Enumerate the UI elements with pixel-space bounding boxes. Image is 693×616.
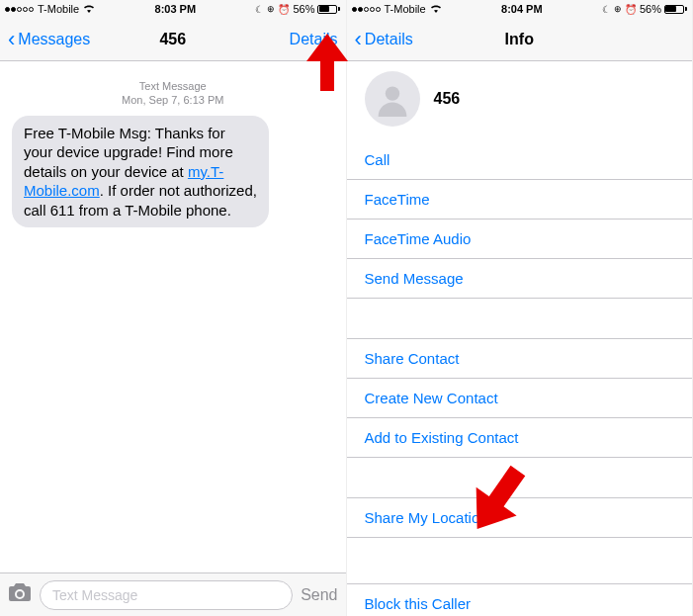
contact-name: 456	[434, 90, 461, 108]
details-label: Details	[290, 31, 338, 48]
share-contact-action[interactable]: Share Contact	[347, 338, 693, 379]
block-caller-action[interactable]: Block this Caller	[347, 583, 693, 616]
share-location-action[interactable]: Share My Location	[347, 497, 693, 538]
clock: 8:03 PM	[155, 3, 197, 15]
alarm-icon: ⏰	[278, 4, 290, 15]
battery-icon	[664, 5, 687, 14]
chevron-left-icon: ‹	[8, 29, 15, 50]
back-label: Messages	[18, 31, 90, 48]
info-content[interactable]: 456 Call FaceTime FaceTime Audio Send Me…	[347, 61, 693, 616]
camera-icon[interactable]	[8, 582, 32, 608]
chevron-left-icon: ‹	[355, 29, 362, 50]
dnd-icon: ☾	[255, 4, 264, 15]
create-contact-action[interactable]: Create New Contact	[347, 379, 693, 418]
action-group-block: Block this Caller	[347, 583, 693, 616]
dnd-icon: ☾	[602, 4, 611, 15]
wifi-icon	[83, 4, 95, 15]
wifi-icon	[430, 4, 442, 15]
carrier-label: T-Mobile	[385, 3, 426, 15]
call-action[interactable]: Call	[347, 140, 693, 180]
facetime-audio-action[interactable]: FaceTime Audio	[347, 220, 693, 259]
messages-screen: T-Mobile 8:03 PM ☾ ⊕ ⏰ 56% ‹ Messages 45…	[0, 0, 347, 616]
message-timestamp: Text Message Mon, Sep 7, 6:13 PM	[12, 79, 334, 108]
add-existing-contact-action[interactable]: Add to Existing Contact	[347, 418, 693, 458]
message-input[interactable]	[40, 580, 293, 610]
message-bubble[interactable]: Free T-Mobile Msg: Thanks for your devic…	[12, 116, 269, 228]
status-bar: T-Mobile 8:04 PM ☾ ⊕ ⏰ 56%	[347, 0, 693, 18]
status-bar: T-Mobile 8:03 PM ☾ ⊕ ⏰ 56%	[0, 0, 346, 18]
details-button[interactable]: Details	[290, 31, 338, 48]
battery-icon	[317, 5, 340, 14]
back-button[interactable]: ‹ Messages	[8, 29, 90, 50]
orientation-lock-icon: ⊕	[267, 4, 275, 14]
action-group-location: Share My Location	[347, 497, 693, 538]
alarm-icon: ⏰	[625, 4, 637, 15]
nav-bar: ‹ Details Info	[347, 18, 693, 61]
nav-bar: ‹ Messages 456 Details	[0, 18, 346, 61]
action-group-communicate: Call FaceTime FaceTime Audio Send Messag…	[347, 140, 693, 299]
signal-icon	[5, 7, 34, 12]
clock: 8:04 PM	[501, 3, 543, 15]
info-screen: T-Mobile 8:04 PM ☾ ⊕ ⏰ 56% ‹ Details Inf…	[347, 0, 694, 616]
back-label: Details	[365, 31, 413, 48]
compose-bar: Send	[0, 572, 346, 616]
avatar-icon	[365, 71, 420, 127]
carrier-label: T-Mobile	[38, 3, 79, 15]
send-button[interactable]: Send	[301, 586, 337, 604]
contact-header: 456	[347, 61, 693, 140]
messages-list[interactable]: Text Message Mon, Sep 7, 6:13 PM Free T-…	[0, 61, 346, 572]
back-button[interactable]: ‹ Details	[355, 29, 413, 50]
action-group-contacts: Share Contact Create New Contact Add to …	[347, 338, 693, 458]
signal-icon	[352, 7, 381, 12]
facetime-action[interactable]: FaceTime	[347, 180, 693, 220]
battery-percent: 56%	[640, 3, 661, 15]
send-message-action[interactable]: Send Message	[347, 259, 693, 299]
orientation-lock-icon: ⊕	[614, 4, 622, 14]
svg-point-0	[385, 86, 398, 100]
battery-percent: 56%	[293, 3, 314, 15]
